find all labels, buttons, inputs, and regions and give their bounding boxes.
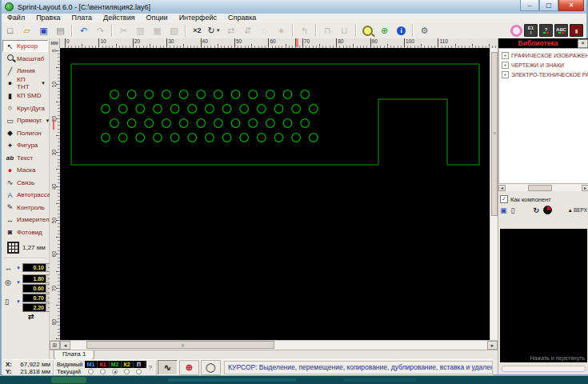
cut-button[interactable]: ✂: [116, 23, 132, 38]
mirror-vertical-button[interactable]: ⇵: [240, 23, 256, 38]
drill-hole[interactable]: [292, 134, 301, 142]
library-top-icon[interactable]: ▲: [568, 207, 573, 213]
drill-hole[interactable]: [274, 105, 283, 114]
drill-hole[interactable]: [170, 105, 179, 114]
horizontal-scrollbar-thumb[interactable]: [86, 341, 274, 349]
drill-hole[interactable]: [231, 119, 240, 128]
horizontal-scrollbar[interactable]: [70, 341, 487, 350]
drill-hole[interactable]: [179, 119, 188, 128]
menu-item-Плата[interactable]: Плата: [66, 14, 98, 22]
minimize-button[interactable]: –: [520, 0, 539, 11]
display-e1-button[interactable]: Е1!: [524, 24, 538, 37]
library-preview[interactable]: Нажать и перетянуть: [500, 229, 587, 362]
layer-visible-toggle-К2[interactable]: К2: [122, 361, 134, 368]
taskbar-item[interactable]: [344, 378, 416, 382]
tree-item[interactable]: +ЭЛЕКТРО-ТЕХНИЧЕСКОЕ РАСП: [499, 70, 588, 79]
menu-item-Справка[interactable]: Справка: [222, 14, 262, 22]
drill-hole[interactable]: [154, 134, 162, 142]
menu-item-Правка[interactable]: Правка: [30, 14, 66, 22]
tool-zoom[interactable]: Масштаб: [2, 53, 48, 65]
drill-hole[interactable]: [102, 134, 110, 142]
layer-visible-toggle-К1[interactable]: К1: [98, 361, 110, 368]
undo-button[interactable]: ↶: [76, 23, 92, 38]
layer-current-radio-М2[interactable]: [110, 369, 122, 374]
tree-scroll-left-icon[interactable]: ◂: [498, 185, 506, 191]
drill-hole[interactable]: [127, 119, 136, 128]
track-width-value[interactable]: 0.10: [22, 263, 46, 272]
grid-icon[interactable]: [7, 242, 19, 254]
layer-current-radio-К1[interactable]: [98, 369, 110, 374]
drill-hole[interactable]: [197, 119, 206, 128]
drill-hole[interactable]: [240, 134, 249, 142]
drill-hole[interactable]: [231, 90, 240, 99]
print-button[interactable]: ▤: [53, 23, 69, 38]
track-mode-button[interactable]: ∿: [158, 360, 178, 375]
pad-inner-value[interactable]: 0.60: [22, 284, 46, 293]
drill-hole[interactable]: [154, 105, 162, 114]
crosshair-button[interactable]: ⊕: [179, 360, 199, 375]
drill-hole[interactable]: [222, 134, 231, 142]
drill-hole[interactable]: [258, 134, 266, 142]
drill-hole[interactable]: [188, 134, 197, 142]
drill-hole[interactable]: [127, 90, 136, 99]
rotate-button[interactable]: ↻▼: [206, 23, 222, 38]
drill-hole[interactable]: [179, 90, 188, 99]
tool-circle-arc[interactable]: ○Круг/Дуга: [2, 102, 48, 114]
vertical-scrollbar-thumb[interactable]: [491, 52, 498, 216]
drill-hole[interactable]: [188, 105, 197, 114]
drill-hole[interactable]: [197, 90, 206, 99]
close-button[interactable]: ✕: [558, 0, 584, 11]
drill-hole[interactable]: [206, 105, 214, 114]
vertical-scrollbar[interactable]: [490, 48, 498, 340]
drill-hole[interactable]: [136, 134, 145, 142]
pcb-canvas[interactable]: [60, 48, 490, 340]
drill-hole[interactable]: [145, 119, 154, 128]
layer-current-radio-П[interactable]: [134, 369, 146, 374]
tool-mask[interactable]: ●Маска: [2, 164, 48, 176]
menu-item-Действия[interactable]: Действия: [98, 14, 140, 22]
tree-scroll-right-icon[interactable]: ▸: [582, 185, 588, 191]
macro-magenta-toggle[interactable]: [510, 25, 522, 37]
drill-hole[interactable]: [310, 134, 318, 142]
library-tree-scrollbar[interactable]: ◂ ▸: [498, 184, 588, 191]
mirror-horizontal-button[interactable]: ⇄: [223, 23, 239, 38]
drill-hole[interactable]: [266, 119, 275, 128]
drill-hole[interactable]: [136, 105, 145, 114]
drill-hole[interactable]: [118, 105, 127, 114]
zoom-tool-button[interactable]: [360, 23, 376, 38]
track-width-dropdown[interactable]: ▼: [16, 266, 21, 270]
as-component-checkbox[interactable]: ✓: [500, 195, 508, 203]
freeform-button[interactable]: ◯: [201, 360, 221, 375]
info-button[interactable]: i: [394, 23, 410, 38]
library-trash-icon[interactable]: ▯: [511, 206, 515, 214]
connect-corner-button[interactable]: ↰: [297, 23, 313, 38]
scroll-right-button[interactable]: ▸: [487, 341, 498, 350]
dropdown-arrow-icon[interactable]: ▼: [41, 81, 46, 86]
layer-current-radio-М1[interactable]: [86, 369, 98, 374]
tool-cursor[interactable]: ↖Курсор: [2, 40, 48, 52]
library-toggle-button[interactable]: ▮: [570, 24, 583, 37]
layer-visible-toggle-М2[interactable]: М2: [110, 361, 122, 368]
tool-connection[interactable]: ∿Связь: [2, 177, 48, 189]
tool-measure[interactable]: ↔Измеритель: [2, 214, 48, 226]
drill-hole[interactable]: [283, 90, 292, 99]
taskbar-item[interactable]: [51, 377, 86, 383]
library-save-icon[interactable]: ▣: [500, 206, 507, 214]
drill-hole[interactable]: [310, 105, 318, 114]
copy-button[interactable]: ▥: [133, 23, 149, 38]
drill-hole[interactable]: [301, 119, 310, 128]
library-header[interactable]: Библиотека ✕: [498, 38, 588, 48]
drill-hole[interactable]: [162, 90, 171, 99]
library-rotate-icon[interactable]: ↻: [533, 206, 539, 214]
delete-button[interactable]: ▧: [166, 23, 182, 38]
windows-taskbar[interactable]: [0, 376, 588, 384]
tree-expand-icon[interactable]: +: [502, 62, 509, 69]
drill-hole[interactable]: [292, 105, 301, 114]
library-close-icon[interactable]: ✕: [578, 39, 588, 48]
tool-control[interactable]: ✎Контроль: [2, 202, 48, 214]
drill-hole[interactable]: [170, 134, 179, 142]
pad-outer-value[interactable]: 1.80: [22, 274, 46, 283]
flash-button[interactable]: ∗: [274, 23, 290, 38]
maximize-button[interactable]: ▢: [539, 0, 558, 11]
dropdown-arrow-icon[interactable]: ▼: [216, 28, 221, 33]
